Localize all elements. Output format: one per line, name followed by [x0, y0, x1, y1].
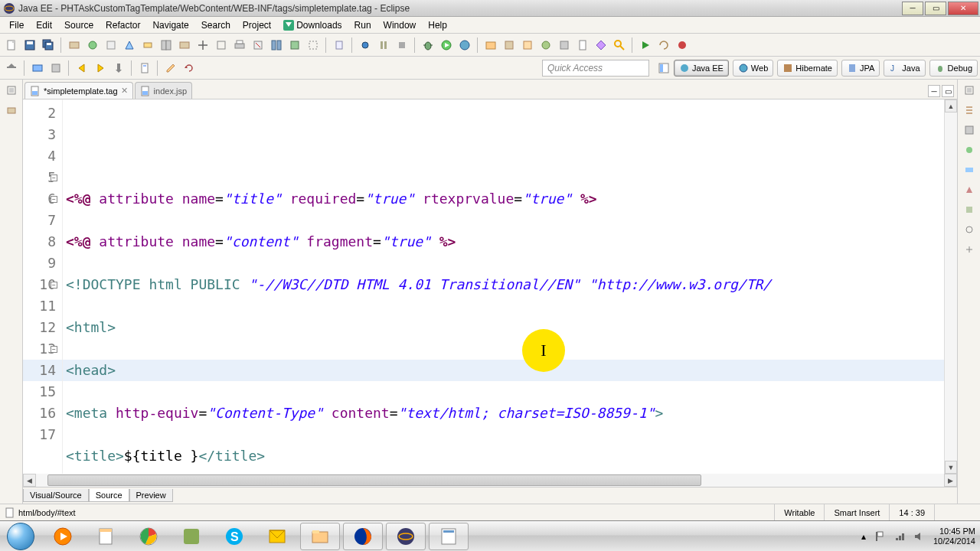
view-icon[interactable] [962, 142, 977, 158]
view-icon[interactable] [962, 122, 977, 138]
maximize-view-button[interactable]: ▭ [942, 85, 954, 97]
tool-generic[interactable] [519, 37, 536, 54]
tool-generic[interactable] [66, 37, 83, 54]
network-icon[interactable] [893, 530, 906, 543]
task-explorer[interactable] [300, 523, 340, 550]
save-all-button[interactable] [40, 37, 57, 54]
play-icon[interactable] [637, 37, 654, 54]
open-perspective-button[interactable] [655, 60, 672, 77]
tool-generic[interactable] [139, 37, 156, 54]
tool-generic[interactable] [213, 37, 230, 54]
menu-window[interactable]: Window [377, 18, 423, 32]
tool-generic[interactable] [103, 37, 119, 54]
minimize-button[interactable]: ─ [902, 2, 923, 15]
task-skype[interactable]: S [214, 523, 254, 550]
restore-icon[interactable] [4, 83, 19, 98]
fold-icon[interactable]: − [51, 346, 57, 353]
tool-generic[interactable] [3, 60, 20, 77]
tool-generic[interactable] [121, 37, 138, 54]
task-media[interactable] [43, 523, 83, 550]
tool-generic[interactable] [176, 37, 193, 54]
tool-generic[interactable] [110, 60, 127, 77]
perspective-jpa[interactable]: JPA [841, 60, 880, 77]
view-icon[interactable] [962, 182, 977, 197]
print-button[interactable] [231, 37, 248, 54]
tool-generic[interactable] [194, 37, 211, 54]
menu-navigate[interactable]: Navigate [146, 18, 194, 32]
forward-button[interactable] [92, 60, 109, 77]
menu-help[interactable]: Help [422, 18, 453, 32]
scroll-thumb[interactable] [47, 474, 701, 486]
menu-project[interactable]: Project [237, 18, 277, 32]
menu-edit[interactable]: Edit [30, 18, 58, 32]
tool-generic[interactable] [305, 37, 322, 54]
perspective-hibernate[interactable]: Hibernate [777, 60, 838, 77]
menu-source[interactable]: Source [58, 18, 100, 32]
tool-generic[interactable] [593, 37, 609, 54]
menu-downloads[interactable]: Downloads [277, 18, 348, 32]
restore-icon[interactable] [962, 83, 977, 98]
perspective-javaee[interactable]: Java EE [674, 60, 729, 77]
stop-button[interactable] [394, 37, 410, 54]
new-button[interactable] [3, 37, 20, 54]
view-icon[interactable] [962, 242, 977, 257]
search-button[interactable] [611, 37, 628, 54]
perspective-java[interactable]: JJava [884, 60, 925, 77]
tab-indexjsp[interactable]: index.jsp [135, 82, 192, 99]
task-app[interactable] [429, 523, 469, 550]
tool-generic[interactable] [136, 60, 153, 77]
tool-generic[interactable] [268, 37, 285, 54]
pencil-icon[interactable] [162, 60, 179, 77]
new-package-button[interactable] [501, 37, 518, 54]
maximize-button[interactable]: ▭ [925, 2, 946, 15]
task-eclipse[interactable] [386, 523, 426, 550]
scroll-down-icon[interactable]: ▼ [945, 461, 957, 474]
fold-icon[interactable]: − [51, 282, 57, 289]
debug-button[interactable] [420, 37, 436, 54]
fold-icon[interactable]: − [51, 196, 57, 203]
pause-button[interactable] [375, 37, 392, 54]
view-icon[interactable] [962, 222, 977, 237]
tool-generic[interactable] [574, 37, 591, 54]
task-firefox[interactable] [343, 523, 383, 550]
close-icon[interactable]: ✕ [121, 86, 128, 96]
save-button[interactable] [21, 37, 38, 54]
minimize-view-button[interactable]: ─ [928, 85, 940, 97]
new-project-button[interactable] [482, 37, 499, 54]
subtab-source[interactable]: Source [89, 489, 129, 502]
tray-up-icon[interactable]: ▴ [861, 531, 866, 542]
menu-run[interactable]: Run [348, 18, 377, 32]
scroll-track[interactable] [945, 112, 957, 461]
task-outlook[interactable] [257, 523, 297, 550]
subtab-preview[interactable]: Preview [129, 489, 173, 502]
fold-icon[interactable]: − [51, 174, 57, 181]
scroll-up-icon[interactable]: ▲ [945, 99, 957, 112]
task-chrome[interactable] [129, 523, 168, 550]
run-server-button[interactable] [456, 37, 473, 54]
scroll-right-icon[interactable]: ▶ [944, 474, 957, 487]
flag-icon[interactable] [874, 530, 886, 543]
view-icon[interactable] [962, 162, 977, 178]
subtab-visualsource[interactable]: Visual/Source [23, 489, 89, 502]
skip-breakpoints-button[interactable] [357, 37, 374, 54]
tool-generic[interactable] [158, 37, 175, 54]
quick-access-input[interactable]: Quick Access [542, 60, 649, 77]
menu-refactor[interactable]: Refactor [100, 18, 146, 32]
back-button[interactable] [74, 60, 90, 77]
outline-icon[interactable] [962, 103, 977, 118]
menu-file[interactable]: File [3, 18, 30, 32]
tool-generic[interactable] [331, 37, 348, 54]
menu-search[interactable]: Search [195, 18, 237, 32]
refresh-icon[interactable] [181, 60, 198, 77]
volume-icon[interactable] [913, 530, 926, 543]
run-button[interactable] [438, 37, 455, 54]
tool-generic[interactable] [286, 37, 303, 54]
tab-simpletemplate[interactable]: *simpletemplate.tag ✕ [24, 82, 133, 99]
perspective-debug[interactable]: Debug [929, 60, 978, 77]
view-icon[interactable] [4, 103, 19, 118]
tool-terminate[interactable] [674, 37, 691, 54]
view-icon[interactable] [962, 202, 977, 217]
scroll-track[interactable] [36, 474, 944, 487]
task-app[interactable] [172, 523, 211, 550]
tool-generic[interactable] [84, 37, 101, 54]
